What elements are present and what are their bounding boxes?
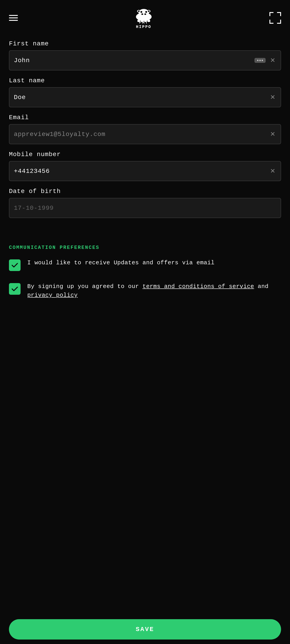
mobile-label: Mobile number bbox=[9, 151, 281, 158]
save-button-container: SAVE bbox=[0, 615, 290, 644]
first-name-clear-button[interactable]: ✕ bbox=[269, 56, 276, 64]
svg-point-8 bbox=[141, 14, 143, 15]
mobile-group: Mobile number ✕ bbox=[9, 151, 281, 181]
email-input-wrapper: ✕ bbox=[9, 124, 281, 144]
checkmark-icon-1 bbox=[11, 262, 18, 269]
dob-group: Date of birth bbox=[9, 188, 281, 218]
checkbox-email-updates[interactable] bbox=[9, 260, 20, 271]
scan-corner-br bbox=[277, 20, 281, 24]
svg-point-7 bbox=[145, 11, 147, 13]
svg-point-1 bbox=[138, 9, 149, 16]
email-icons: ✕ bbox=[269, 130, 276, 138]
scan-corner-tr bbox=[277, 12, 281, 16]
last-name-icons: ✕ bbox=[269, 93, 276, 101]
last-name-input[interactable] bbox=[14, 94, 267, 101]
comm-prefs-section: COMMUNICATION PREFERENCES I would like t… bbox=[0, 245, 290, 300]
save-button[interactable]: SAVE bbox=[9, 619, 281, 640]
scan-corner-tl bbox=[270, 12, 274, 16]
logo-line2: HIPPO bbox=[136, 24, 151, 29]
email-group: Email ✕ bbox=[9, 114, 281, 144]
first-name-input[interactable] bbox=[14, 57, 252, 64]
first-name-input-wrapper: ✕ bbox=[9, 50, 281, 70]
checkbox-email-updates-text: I would like to receive Updates and offe… bbox=[27, 258, 214, 267]
hamburger-line2 bbox=[9, 18, 18, 18]
first-name-icons: ✕ bbox=[254, 56, 276, 64]
checkbox-terms[interactable] bbox=[9, 283, 20, 295]
svg-point-6 bbox=[140, 11, 142, 13]
checkmark-icon-2 bbox=[11, 285, 18, 292]
privacy-link[interactable]: privacy policy bbox=[27, 292, 78, 298]
scan-icon[interactable] bbox=[270, 12, 281, 24]
logo-line1: FAT bbox=[139, 20, 148, 24]
checkbox-row-1: I would like to receive Updates and offe… bbox=[9, 258, 281, 271]
email-input[interactable] bbox=[14, 131, 267, 138]
dot2 bbox=[259, 60, 261, 61]
svg-point-4 bbox=[138, 10, 140, 12]
terms-text-before: By signing up you agreed to our bbox=[27, 283, 142, 290]
svg-point-9 bbox=[144, 14, 146, 15]
svg-point-5 bbox=[148, 10, 150, 12]
hamburger-line1 bbox=[9, 15, 18, 16]
terms-link[interactable]: terms and conditions of service bbox=[142, 283, 254, 290]
hamburger-line3 bbox=[9, 20, 18, 21]
mobile-clear-button[interactable]: ✕ bbox=[269, 167, 276, 175]
scan-corner-bl bbox=[270, 20, 274, 24]
hamburger-menu[interactable] bbox=[9, 15, 18, 21]
last-name-label: Last name bbox=[9, 77, 281, 84]
dob-input-wrapper bbox=[9, 198, 281, 218]
logo: FAT HIPPO bbox=[132, 7, 155, 29]
dob-input[interactable] bbox=[14, 204, 276, 212]
email-clear-button[interactable]: ✕ bbox=[269, 130, 276, 138]
mobile-input-wrapper: ✕ bbox=[9, 161, 281, 181]
mobile-input[interactable] bbox=[14, 168, 267, 175]
last-name-input-wrapper: ✕ bbox=[9, 87, 281, 107]
dot3 bbox=[262, 60, 263, 61]
first-name-label: First name bbox=[9, 40, 281, 47]
header: FAT HIPPO bbox=[0, 0, 290, 36]
dob-label: Date of birth bbox=[9, 188, 281, 195]
email-label: Email bbox=[9, 114, 281, 121]
mobile-icons: ✕ bbox=[269, 167, 276, 175]
form: First name ✕ Last name ✕ Email bbox=[0, 36, 290, 234]
checkbox-row-2: By signing up you agreed to our terms an… bbox=[9, 282, 281, 300]
first-name-group: First name ✕ bbox=[9, 40, 281, 70]
checkbox-terms-text: By signing up you agreed to our terms an… bbox=[27, 282, 281, 300]
last-name-clear-button[interactable]: ✕ bbox=[269, 93, 276, 101]
last-name-group: Last name ✕ bbox=[9, 77, 281, 107]
comm-prefs-title: COMMUNICATION PREFERENCES bbox=[9, 245, 281, 250]
terms-text-between: and bbox=[254, 283, 268, 290]
dot1 bbox=[257, 60, 258, 61]
first-name-dots-button[interactable] bbox=[254, 58, 266, 63]
